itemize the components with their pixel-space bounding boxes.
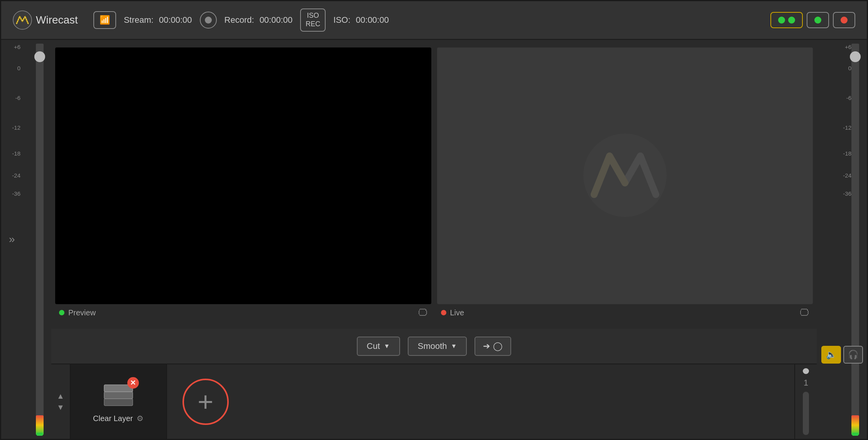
volume-meter-left: » +6 0 -6 -12 -18 -24 -36 [1,40,51,439]
vol-label-p6: +6 [14,44,20,50]
wirecast-logo-icon [13,10,32,30]
record-button[interactable] [200,12,217,29]
iso-label: ISO: [333,15,350,25]
live-label-area: Live [441,308,464,317]
level-indicator-left [37,433,43,436]
svg-rect-3 [104,392,133,399]
status-dot-red [841,17,848,24]
vol-r-0: 0 [848,65,851,71]
expand-button[interactable]: » [9,233,15,245]
layer-down-button[interactable]: ▼ [57,403,64,412]
add-source-button[interactable]: + [182,379,229,425]
preview-label-area: Preview [59,308,96,317]
smooth-dropdown[interactable]: Smooth ▼ [408,337,467,356]
status-dot-green-1 [778,17,785,24]
main-area: » +6 0 -6 -12 -18 -24 -36 [1,40,867,439]
preview-text: Preview [68,308,96,317]
layer-number: 1 [804,378,808,388]
live-screen [437,47,813,304]
settings-icon[interactable]: ⚙ [137,414,144,423]
stream-timer: 00:00:00 [159,15,192,25]
headphone-button[interactable]: 🎧 [843,346,863,364]
live-dot [441,310,446,315]
cut-label: Cut [367,341,380,351]
vol-label-0: 0 [17,65,20,71]
smooth-label: Smooth [418,341,447,351]
x-badge: ✕ [127,377,139,389]
meter-fill-right [851,415,859,435]
vol-r-n12: -12 [843,124,851,131]
vol-label-n6: -6 [15,95,20,101]
record-icon [205,17,212,24]
cut-chevron-icon: ▼ [384,343,390,350]
vol-r-n18: -18 [843,150,851,157]
record-timer: 00:00:00 [260,15,293,25]
logo-area: Wirecast [13,10,78,30]
preview-screen [55,47,431,304]
meter-track-right [851,44,859,435]
layer-up-button[interactable]: ▲ [57,392,64,401]
iso-timer: 00:00:00 [356,15,389,25]
preview-dot [59,310,64,315]
svg-rect-2 [104,399,133,406]
preview-bar: Preview 🖵 [55,304,431,321]
layer-icon-container: ✕ [101,380,136,411]
record-label: Record: [225,15,254,25]
volume-handle-right[interactable] [850,51,861,62]
go-live-button[interactable]: ➔ ◯ [475,337,511,356]
watermark [575,133,675,219]
app-name: Wirecast [36,14,78,26]
smooth-chevron-icon: ▼ [451,343,457,350]
status-button-red[interactable] [833,12,855,28]
wifi-icon: 📶 [100,15,110,25]
vol-label-n12: -12 [12,124,20,131]
vol-label-n24: -24 [12,172,20,179]
vol-r-n36: -36 [843,190,851,197]
volume-meter-right: +6 0 -6 -12 -18 -24 -36 [817,40,867,439]
transition-bar: Cut ▼ Smooth ▼ ➔ ◯ [51,329,817,364]
live-monitor-icon[interactable]: 🖵 [800,307,809,318]
header: Wirecast 📶 Stream: 00:00:00 Record: 00:0… [1,1,867,40]
status-dot-green-single [814,17,821,24]
source-panel-right: 1 [794,364,817,439]
meter-fill-left [36,415,44,435]
vol-label-n18: -18 [12,150,20,157]
source-label-area: Clear Layer ⚙ [93,414,144,423]
stream-label: Stream: [124,15,154,25]
volume-labels-right: +6 0 -6 -12 -18 -24 -36 [843,44,851,197]
vol-r-p6: +6 [845,44,851,50]
clear-layer-label: Clear Layer [93,414,133,423]
live-text: Live [450,308,464,317]
stream-section: Stream: 00:00:00 [124,15,192,25]
header-right-controls [770,12,855,28]
meter-track-left [36,44,44,435]
circle-icon: ◯ [493,341,503,351]
live-panel: Live 🖵 [437,47,813,321]
clear-layer-item[interactable]: ✕ Clear Layer ⚙ [71,364,167,439]
wifi-button[interactable]: 📶 [93,11,116,29]
status-dot-green-2 [788,17,795,24]
add-icon: + [198,388,213,415]
vol-r-n6: -6 [846,95,851,101]
layer-scrollbar[interactable] [803,392,809,435]
vol-label-n36: -36 [12,190,20,197]
vol-r-n24: -24 [843,172,851,179]
stream-status-button[interactable] [770,12,803,28]
level-indicator-right [852,433,858,436]
center-content: Preview 🖵 [51,40,817,439]
volume-labels-left: +6 0 -6 -12 -18 -24 -36 [1,44,24,197]
preview-panel: Preview 🖵 [55,47,431,321]
volume-handle-left[interactable] [34,51,45,62]
speaker-button[interactable]: 🔈 [821,346,841,364]
preview-monitor-icon[interactable]: 🖵 [418,307,427,318]
layer-controls: ▲ ▼ [51,364,71,439]
arrow-right-icon: ➔ [483,341,490,351]
live-bar: Live 🖵 [437,304,813,321]
svg-point-1 [583,134,667,217]
iso-button[interactable]: ISO REC [300,8,326,31]
source-panel: ▲ ▼ [51,364,817,439]
audio-buttons: 🔈 🎧 [821,346,863,364]
cut-dropdown[interactable]: Cut ▼ [357,337,400,356]
status-button-green[interactable] [807,12,829,28]
iso-section: ISO: 00:00:00 [333,15,389,25]
